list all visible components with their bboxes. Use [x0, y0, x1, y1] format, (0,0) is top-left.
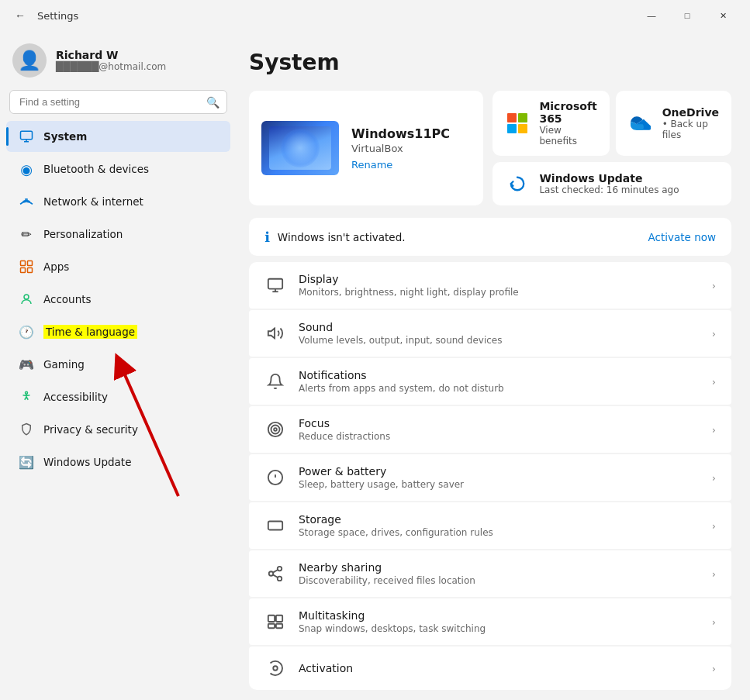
windows-update-card-icon: [505, 171, 530, 196]
sidebar-item-label: Network & internet: [43, 195, 143, 208]
chevron-right-icon: ›: [712, 376, 716, 388]
svg-marker-16: [268, 329, 275, 339]
sidebar-item-accessibility[interactable]: Accessibility: [6, 381, 230, 412]
close-button[interactable]: ✕: [705, 3, 741, 28]
nearby-sharing-title: Nearby sharing: [299, 561, 700, 574]
sidebar-item-label: Time & language: [43, 325, 137, 339]
svg-line-29: [273, 570, 278, 573]
right-cards: Microsoft 365 View benefits: [493, 91, 731, 205]
notifications-icon: [264, 371, 286, 392]
page-title: System: [249, 50, 731, 75]
user-section[interactable]: 👤 Richard W ██████@hotmail.com: [0, 31, 237, 90]
sidebar-item-personalization[interactable]: ✏️ Personalization: [6, 219, 230, 250]
settings-item-notifications[interactable]: Notifications Alerts from apps and syste…: [249, 358, 731, 405]
search-icon: 🔍: [206, 96, 219, 109]
app-title: Settings: [37, 10, 627, 22]
chevron-right-icon: ›: [712, 568, 716, 580]
back-button[interactable]: ←: [9, 5, 31, 26]
minimize-button[interactable]: —: [634, 3, 669, 28]
chevron-right-icon: ›: [712, 424, 716, 436]
microsoft365-icon: [505, 111, 530, 136]
sidebar-item-apps[interactable]: Apps: [6, 251, 230, 282]
chevron-right-icon: ›: [712, 472, 716, 484]
title-bar: ← Settings — □ ✕: [0, 0, 750, 31]
sidebar-item-accounts[interactable]: Accounts: [6, 284, 230, 315]
notifications-text: Notifications Alerts from apps and syste…: [299, 369, 700, 394]
sidebar-item-system[interactable]: System: [6, 121, 230, 152]
activation-icon: [264, 657, 286, 679]
sidebar-item-windows-update[interactable]: 🔄 Windows Update: [6, 447, 230, 478]
apps-icon: [19, 259, 34, 274]
sidebar: 👤 Richard W ██████@hotmail.com 🔍 System …: [0, 31, 237, 700]
notifications-title: Notifications: [299, 369, 700, 381]
activation-banner: ℹ Windows isn't activated. Activate now: [249, 218, 731, 256]
rename-link[interactable]: Rename: [351, 159, 450, 171]
settings-item-multitasking[interactable]: Multitasking Snap windows, desktops, tas…: [249, 598, 731, 645]
windows-update-card[interactable]: Windows Update Last checked: 16 minutes …: [493, 162, 731, 205]
pc-details: Windows11PC VirtualBox Rename: [351, 126, 450, 171]
settings-item-focus[interactable]: Focus Reduce distractions ›: [249, 406, 731, 453]
onedrive-card[interactable]: OneDrive • Back up files: [616, 91, 731, 156]
privacy-security-icon: [19, 422, 34, 437]
display-icon: [264, 274, 286, 296]
settings-item-storage[interactable]: Storage Storage space, drives, configura…: [249, 502, 731, 549]
svg-rect-12: [518, 124, 527, 133]
storage-text: Storage Storage space, drives, configura…: [299, 513, 700, 538]
settings-item-display[interactable]: Display Monitors, brightness, night ligh…: [249, 262, 731, 309]
user-email: ██████@hotmail.com: [56, 61, 166, 72]
sidebar-item-time-language[interactable]: 🕐 Time & language: [6, 316, 230, 347]
banner-text: Windows isn't activated.: [278, 231, 641, 243]
settings-item-nearby-sharing[interactable]: Nearby sharing Discoverability, received…: [249, 550, 731, 597]
sidebar-item-bluetooth[interactable]: ◉ Bluetooth & devices: [6, 153, 230, 184]
sidebar-item-gaming[interactable]: 🎮 Gaming: [6, 349, 230, 380]
sound-text: Sound Volume levels, output, input, soun…: [299, 321, 700, 346]
pc-subtitle: VirtualBox: [351, 143, 450, 154]
svg-point-18: [271, 426, 280, 434]
sidebar-item-label: Personalization: [43, 228, 123, 240]
windows-update-sidebar-icon: 🔄: [19, 454, 34, 470]
microsoft365-card[interactable]: Microsoft 365 View benefits: [493, 91, 609, 156]
settings-item-power-battery[interactable]: Power & battery Sleep, battery usage, ba…: [249, 454, 731, 501]
focus-title: Focus: [299, 417, 700, 429]
maximize-button[interactable]: □: [669, 3, 705, 28]
search-input[interactable]: [9, 90, 227, 114]
power-battery-title: Power & battery: [299, 465, 700, 478]
sidebar-item-label: Accounts: [43, 293, 92, 305]
top-cards: Windows11PC VirtualBox Rename: [249, 91, 731, 205]
nearby-sharing-icon: [264, 563, 286, 584]
display-sub: Monitors, brightness, night light, displ…: [299, 287, 700, 298]
svg-rect-6: [28, 268, 33, 273]
microsoft365-name: Microsoft 365: [539, 100, 596, 125]
svg-rect-10: [518, 113, 527, 122]
app-body: 👤 Richard W ██████@hotmail.com 🔍 System …: [0, 31, 750, 700]
focus-icon: [264, 419, 286, 440]
svg-point-27: [278, 577, 282, 581]
sound-icon: [264, 322, 286, 344]
windows-update-details: Windows Update Last checked: 16 minutes …: [539, 172, 679, 195]
multitasking-icon: [264, 611, 286, 633]
power-battery-text: Power & battery Sleep, battery usage, ba…: [299, 465, 700, 490]
svg-point-25: [278, 567, 282, 571]
onedrive-details: OneDrive • Back up files: [662, 106, 719, 140]
sidebar-item-network[interactable]: Network & internet: [6, 186, 230, 217]
network-icon: [19, 194, 34, 209]
settings-list: Display Monitors, brightness, night ligh…: [249, 262, 731, 690]
onedrive-name: OneDrive: [662, 106, 719, 119]
pc-name: Windows11PC: [351, 126, 450, 141]
activate-link[interactable]: Activate now: [648, 231, 716, 243]
settings-item-sound[interactable]: Sound Volume levels, output, input, soun…: [249, 310, 731, 357]
svg-rect-0: [21, 131, 33, 140]
display-text: Display Monitors, brightness, night ligh…: [299, 273, 700, 298]
svg-rect-9: [507, 113, 517, 122]
svg-rect-32: [268, 624, 275, 629]
search-box: 🔍: [9, 90, 227, 114]
onedrive-sub: • Back up files: [662, 119, 719, 140]
svg-point-8: [26, 391, 28, 394]
sidebar-item-privacy-security[interactable]: Privacy & security: [6, 414, 230, 445]
settings-item-activation[interactable]: Activation ›: [249, 647, 731, 690]
storage-sub: Storage space, drives, configuration rul…: [299, 527, 700, 538]
avatar: 👤: [12, 43, 47, 78]
pc-thumbnail-glow: [281, 129, 320, 167]
chevron-right-icon: ›: [712, 663, 716, 674]
sidebar-item-label: Windows Update: [43, 456, 131, 468]
